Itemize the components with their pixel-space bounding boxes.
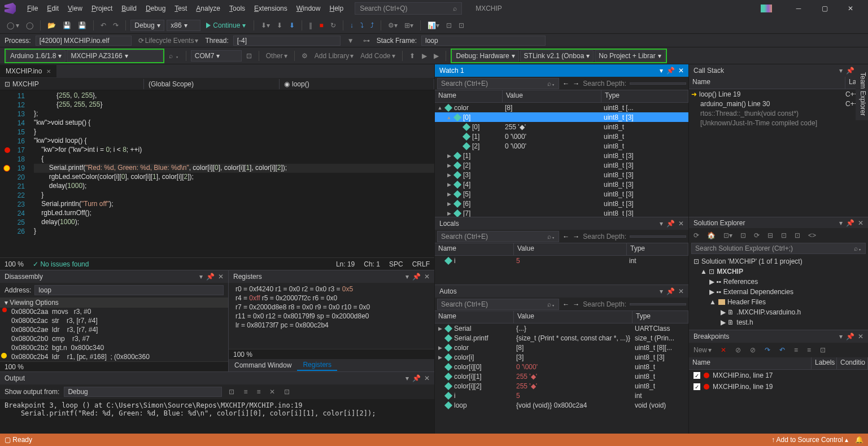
- close-button[interactable]: ✕: [838, 0, 863, 17]
- locals-header[interactable]: Locals ▾📌✕: [435, 217, 688, 230]
- delete-bp-icon[interactable]: ✕: [718, 345, 729, 355]
- dropdown-icon[interactable]: ▾: [660, 287, 663, 295]
- menu-test[interactable]: Test: [170, 2, 191, 15]
- autos-row[interactable]: color[i][2]255 '◆'uint8_t: [435, 381, 688, 391]
- close-icon[interactable]: ✕: [424, 273, 430, 281]
- pin-icon[interactable]: 📌: [412, 273, 421, 281]
- menu-tools[interactable]: Tools: [225, 2, 250, 15]
- home-icon[interactable]: 🏠: [705, 230, 718, 241]
- col-name[interactable]: Name: [435, 90, 503, 102]
- step-icon[interactable]: ⬇: [287, 20, 297, 30]
- open-file-icon[interactable]: 📂: [45, 20, 58, 30]
- watch-search-input[interactable]: Search (Ctrl+E) ⌕▾: [437, 78, 559, 89]
- watch-row[interactable]: ▶[5]uint8_t [3]: [435, 189, 688, 199]
- process-dropdown[interactable]: [42000] MXCHIP.ino.elf: [36, 36, 132, 46]
- undo-icon[interactable]: ↶: [98, 20, 108, 30]
- tools2-icon[interactable]: ⊞▾: [402, 20, 416, 30]
- search-ard-icon[interactable]: ⌕ ▾: [167, 51, 181, 61]
- home-icon[interactable]: ⟳: [691, 230, 701, 241]
- address-input[interactable]: loop: [34, 285, 224, 295]
- col-value[interactable]: Value: [503, 90, 601, 102]
- serial-icon[interactable]: ⊡: [244, 51, 254, 61]
- callstack-row[interactable]: arduino_main() Line 30C++: [689, 99, 868, 108]
- autos-row[interactable]: ▶color[i][3]uint8_t [3]: [435, 352, 688, 362]
- live-share-icon[interactable]: [761, 5, 772, 12]
- nav-back-icon[interactable]: ←: [562, 300, 569, 308]
- col-cond[interactable]: Conditio: [837, 357, 868, 369]
- autos-row[interactable]: i5int: [435, 391, 688, 400]
- watch-row[interactable]: ▶[4]uint8_t [3]: [435, 180, 688, 189]
- pause-icon[interactable]: ‖: [307, 20, 315, 30]
- nav-function-dropdown[interactable]: ◉ loop(): [280, 79, 434, 89]
- filter-icon[interactable]: ▼: [345, 36, 356, 46]
- add-code-button[interactable]: Add Code ▾: [358, 51, 397, 61]
- com-port-dropdown[interactable]: COM7 ▾: [191, 50, 242, 62]
- bp-export-icon[interactable]: ↷: [762, 345, 773, 355]
- bp-import-icon[interactable]: ↶: [777, 345, 787, 355]
- code-editor[interactable]: 11121314151617181920212223242526 {255, 0…: [0, 90, 434, 257]
- dropdown-icon[interactable]: ▾: [660, 67, 663, 75]
- project-node[interactable]: ▲ ⊡ MXCHIP: [691, 266, 866, 277]
- col-name[interactable]: Name: [689, 77, 845, 89]
- run-icon[interactable]: ▶: [420, 51, 429, 61]
- col-type[interactable]: Type: [627, 243, 688, 255]
- ext-deps-node[interactable]: ▶ ▪▪ External Dependencies: [691, 287, 866, 297]
- col-name[interactable]: Name: [689, 357, 812, 369]
- output-tool-icon[interactable]: ≡: [254, 387, 263, 397]
- nav-back-icon[interactable]: ←: [562, 80, 569, 88]
- breakpoint-row[interactable]: ✓MXCHIP.ino, line 17: [689, 370, 868, 381]
- add-library-button[interactable]: Add Library ▾: [312, 51, 356, 61]
- pin-icon[interactable]: 📌: [666, 287, 675, 295]
- locals-search-input[interactable]: Search (Ctrl+E) ⌕▾: [437, 231, 559, 242]
- other-dropdown[interactable]: Other ▾: [264, 51, 290, 61]
- show-icon[interactable]: ⊡: [779, 230, 789, 241]
- nav-fwd-icon[interactable]: →: [573, 80, 579, 88]
- disasm-zoom[interactable]: 100 %: [5, 363, 24, 371]
- stop-icon[interactable]: ■: [317, 20, 325, 30]
- watch-row[interactable]: [2]0 '\000'uint8_t: [435, 141, 688, 151]
- autos-row[interactable]: color[i][1]255 '◆'uint8_t: [435, 371, 688, 381]
- callstack-row[interactable]: [Unknown/Just-In-Time compiled code]: [689, 118, 868, 128]
- arduino-board-dropdown[interactable]: MXCHIP AZ3166 ▾: [67, 50, 163, 62]
- col-value[interactable]: Value: [514, 311, 633, 323]
- close-icon[interactable]: ✕: [218, 273, 224, 281]
- col-name[interactable]: Name: [435, 243, 514, 255]
- thread-icon[interactable]: ⊶: [361, 36, 372, 46]
- debugger-dropdown[interactable]: STLink v2.1 (Onboa ▾: [520, 50, 594, 62]
- nav-fwd-icon[interactable]: →: [573, 233, 579, 241]
- menu-view[interactable]: View: [63, 2, 87, 15]
- step-out-icon[interactable]: ⤴: [368, 20, 376, 30]
- autos-row[interactable]: color[i][0]0 '\000'uint8_t: [435, 362, 688, 371]
- close-icon[interactable]: ✕: [678, 287, 684, 295]
- bp-tool-icon[interactable]: ⊡: [818, 345, 828, 355]
- collapse-icon[interactable]: ⊟: [765, 230, 775, 241]
- close-icon[interactable]: ✕: [424, 374, 430, 382]
- breakpoints-header[interactable]: Breakpoints ▾📌✕: [689, 330, 868, 343]
- redo-icon[interactable]: ↷: [111, 20, 121, 30]
- pin-icon[interactable]: 📌: [412, 374, 421, 382]
- disassembly-header[interactable]: Disassembly ▾📌✕: [0, 270, 228, 283]
- add-source-control[interactable]: ↑ Add to Source Control ▴: [771, 436, 848, 444]
- close-icon[interactable]: ✕: [858, 219, 863, 227]
- autos-row[interactable]: ▶color[8]uint8_t [8][...: [435, 343, 688, 352]
- code-icon[interactable]: <>: [806, 230, 818, 241]
- team-explorer-tab[interactable]: Team Explorer: [856, 68, 868, 120]
- col-value[interactable]: Value: [514, 243, 627, 255]
- upload-icon[interactable]: ⬆: [407, 51, 417, 61]
- file-node[interactable]: ▶ 🗎 test.h: [691, 317, 866, 327]
- col-type[interactable]: Type: [633, 311, 688, 323]
- props-icon[interactable]: ⊡: [792, 230, 802, 241]
- registers-header[interactable]: Registers ▾📌✕: [229, 270, 434, 283]
- dropdown-icon[interactable]: ▾: [405, 374, 409, 382]
- bp-tool-icon[interactable]: ⊘: [733, 345, 743, 355]
- dropdown-icon[interactable]: ▾: [839, 333, 843, 340]
- menu-build[interactable]: Build: [117, 2, 141, 15]
- nav-fwd-button[interactable]: ◯: [24, 20, 36, 30]
- stackframe-dropdown[interactable]: loop: [421, 36, 546, 46]
- thread-dropdown[interactable]: [-4]: [233, 36, 341, 46]
- tab-command-window[interactable]: Command Window: [229, 360, 297, 370]
- menu-analyze[interactable]: Analyze: [191, 2, 225, 15]
- watch-row[interactable]: ▶[2]uint8_t [3]: [435, 160, 688, 170]
- depth-dropdown[interactable]: [630, 82, 686, 85]
- watch-header[interactable]: Watch 1 ▾📌✕: [435, 64, 688, 77]
